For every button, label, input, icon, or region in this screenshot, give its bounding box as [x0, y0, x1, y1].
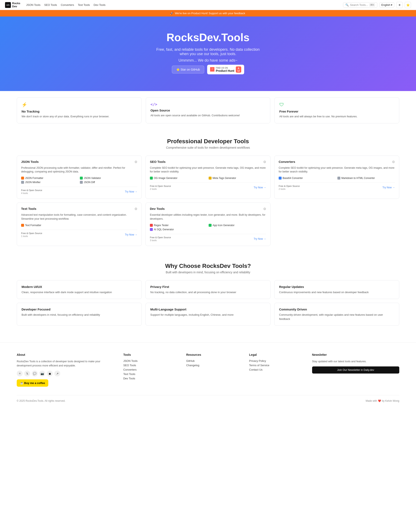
tool-card-text-title: Text Tools: [21, 207, 36, 210]
theme-toggle-button[interactable]: ☀: [396, 2, 403, 8]
footer-resources-col: Resources GitHub Changelog: [186, 353, 241, 387]
footer-link-json-tools[interactable]: JSON Tools: [123, 359, 178, 362]
navbar-links: JSON Tools SEO Tools Converters Text Too…: [26, 3, 343, 7]
tool-card-json-badge: Free & Open Source: [21, 189, 42, 191]
tool-card-text-count: 1 tools: [21, 235, 42, 238]
banner-emoji: 🚀: [170, 12, 173, 15]
announcement-banner[interactable]: 🚀 We're live on Product Hunt! Support us…: [0, 10, 416, 17]
tool-link-json-validator[interactable]: JSON Validator: [80, 177, 137, 180]
tool-card-dev-settings-icon[interactable]: ⚙: [263, 207, 266, 211]
tool-link-app-icon[interactable]: App Icon Generator: [209, 224, 266, 227]
tool-link-markdown-html[interactable]: Markdown to HTML Converter: [337, 177, 395, 180]
ph-badge: A 12: [236, 66, 241, 73]
tool-card-converters-header: Converters ⚙: [279, 160, 395, 164]
tool-card-text: Text Tools ⚙ Advanced text manipulation …: [17, 202, 142, 246]
nav-seo-tools[interactable]: SEO Tools: [44, 3, 57, 7]
footer-about-title: About: [17, 353, 115, 356]
search-box[interactable]: 🔍 Search Tools... ⌘K: [343, 2, 377, 8]
tool-card-seo-desc: Complete SEO toolkit for optimizing your…: [150, 166, 266, 174]
footer-tools-title: Tools: [123, 353, 178, 356]
features-strip: ⚡ No Tracking We don't track or store an…: [0, 91, 416, 130]
tool-card-json-try-now[interactable]: Try Now →: [125, 190, 137, 193]
no-tracking-icon: ⚡: [21, 102, 137, 107]
footer-link-text-tools[interactable]: Text Tools: [123, 372, 178, 376]
why-card-community-desc: Community-driven development, with regul…: [279, 313, 395, 321]
logo[interactable]: </> Rocks Dev: [5, 2, 20, 8]
pro-tools-title: Professional Developer Tools: [17, 138, 399, 145]
tool-card-dev-try-now[interactable]: Try Now →: [254, 238, 266, 240]
footer-link-seo-tools[interactable]: SEO Tools: [123, 364, 178, 367]
feature-desc-free-forever: All tools are and will always be free to…: [279, 114, 395, 119]
footer-link-changelog[interactable]: Changelog: [186, 364, 241, 367]
footer-link-github[interactable]: GitHub: [186, 359, 241, 362]
social-twitter-icon[interactable]: 𝕏: [24, 370, 30, 376]
footer-resources-title: Resources: [186, 353, 241, 356]
tool-card-json-count: 4 tools: [21, 192, 42, 194]
hero-section: RocksDev.Tools Free, fast, and reliable …: [0, 17, 416, 91]
ph-logo-icon: 🅿: [210, 67, 214, 72]
social-share-icon[interactable]: ↗: [54, 370, 60, 376]
footer-link-converters[interactable]: Converters: [123, 368, 178, 371]
github-icon-button[interactable]: ⭐: [405, 2, 411, 8]
tool-card-converters-title: Converters: [279, 160, 295, 163]
feature-title-open-source: Open Source: [150, 109, 266, 112]
tool-link-ai-sql[interactable]: AI SQL Generator: [150, 228, 207, 231]
tool-link-json-minifier[interactable]: JSON Minifier: [21, 181, 79, 184]
tool-card-converters-badge: Free & Open Source: [279, 185, 300, 187]
social-instagram-icon[interactable]: 📷: [39, 370, 45, 376]
tool-card-json: JSON Tools ⚙ Professional JSON processin…: [17, 156, 142, 199]
why-card-updates: Regular Updates Continuous improvements …: [274, 280, 399, 299]
social-discord-icon[interactable]: 💬: [32, 370, 38, 376]
tool-link-base64[interactable]: Base64 Converter: [279, 177, 336, 180]
tool-link-og-image[interactable]: OG Image Generator: [150, 177, 207, 180]
nav-converters[interactable]: Converters: [61, 3, 74, 7]
navbar-right: 🔍 Search Tools... ⌘K English ▾ ☀ ⭐: [343, 2, 411, 8]
footer-about-col: About RocksDev Tools is a collection of …: [17, 353, 115, 387]
nav-json-tools[interactable]: JSON Tools: [26, 3, 40, 7]
tool-link-regex[interactable]: Regex Tester: [150, 224, 207, 227]
nav-text-tools[interactable]: Text Tools: [78, 3, 90, 7]
chevron-down-icon: ▾: [391, 3, 392, 7]
tool-card-seo-title: SEO Tools: [150, 160, 166, 163]
tool-card-text-settings-icon[interactable]: ⚙: [134, 207, 137, 211]
newsletter-subscribe-button[interactable]: Join Our Newsletter in Daily.dev: [312, 366, 399, 373]
why-card-community-title: Community Driven: [279, 308, 395, 311]
tool-card-json-settings-icon[interactable]: ⚙: [134, 160, 137, 164]
tool-card-text-try-now[interactable]: Try Now →: [125, 233, 137, 236]
footer-link-contact[interactable]: Contact Us: [249, 368, 304, 371]
tool-card-text-badge: Free & Open Source: [21, 232, 42, 235]
tool-link-text-formatter[interactable]: Text Formatter: [21, 224, 79, 227]
tool-card-seo-settings-icon[interactable]: ⚙: [263, 160, 266, 164]
footer-link-dev-tools[interactable]: Dev Tools: [123, 377, 178, 380]
tool-card-seo-try-now[interactable]: Try Now →: [254, 186, 266, 189]
tool-link-json-diff[interactable]: JSON Diff: [80, 181, 137, 184]
footer-link-terms[interactable]: Terms of Service: [249, 364, 304, 367]
tool-card-converters-settings-icon[interactable]: ⚙: [392, 160, 395, 164]
tool-card-converters-try-now[interactable]: Try Now →: [382, 186, 395, 189]
why-section: Why Choose RocksDev Tools? Built with de…: [0, 254, 416, 334]
feature-card-no-tracking: ⚡ No Tracking We don't track or store an…: [17, 97, 141, 124]
tool-card-dev-links: Regex Tester App Icon Generator AI SQL G…: [150, 224, 266, 231]
tool-link-json-formatter[interactable]: JSON Formatter: [21, 177, 79, 180]
footer-newsletter-desc: Stay updated with our latest tools and f…: [312, 359, 399, 363]
tool-link-meta-tags[interactable]: Meta Tags Generator: [209, 177, 266, 180]
social-dark-icon[interactable]: ◼: [47, 370, 53, 376]
footer-legal-col: Legal Privacy Policy Terms of Service Co…: [249, 353, 304, 387]
hero-title: RocksDev.Tools: [8, 31, 408, 44]
footer-made-with: Made with ❤️ by Kelvin Wong: [366, 399, 399, 402]
tool-card-converters-count: 2 tools: [279, 188, 300, 190]
language-selector[interactable]: English ▾: [379, 2, 394, 8]
footer-link-privacy[interactable]: Privacy Policy: [249, 359, 304, 362]
search-icon: 🔍: [345, 3, 349, 7]
why-card-dev-focused-title: Developer Focused: [21, 308, 137, 311]
why-title: Why Choose RocksDev Tools?: [17, 263, 399, 269]
tool-card-dev: Dev Tools ⚙ Essential developer utilitie…: [146, 202, 270, 246]
why-card-updates-title: Regular Updates: [279, 285, 395, 289]
buy-me-coffee-button[interactable]: ☕ Buy me a coffee: [17, 379, 48, 387]
nav-dev-tools[interactable]: Dev Tools: [94, 3, 106, 7]
github-star-button[interactable]: ⭐ Star on GitHub: [172, 66, 204, 74]
why-card-dev-focused: Developer Focused Built with developers …: [17, 303, 142, 326]
tools-grid: JSON Tools ⚙ Professional JSON processin…: [17, 156, 399, 246]
producthunt-button[interactable]: 🅿 FIND US ON Product Hunt A 12: [207, 65, 244, 74]
social-github-icon[interactable]: ⌗: [17, 370, 23, 376]
